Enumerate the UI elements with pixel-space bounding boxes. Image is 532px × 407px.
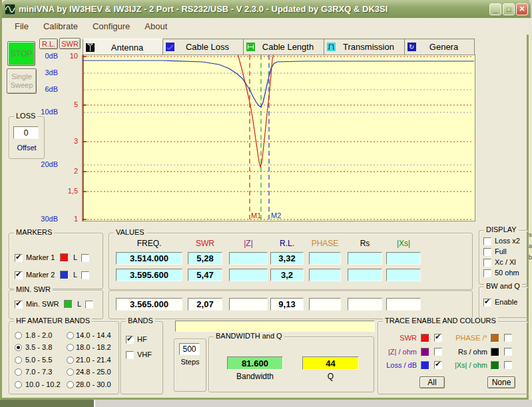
close-button[interactable]: ✕ (516, 3, 528, 15)
xc-xl-checkbox[interactable] (483, 259, 491, 267)
m1-xs-value (386, 252, 421, 265)
tab-cable-loss[interactable]: Cable Loss (163, 39, 244, 55)
trace-loss-label: Loss / dB (378, 361, 417, 370)
single-sweep-label: Single Sweep (9, 72, 35, 90)
swr-gutter-label: 10 (70, 52, 78, 60)
band-21.0-radio[interactable] (67, 356, 74, 364)
m1-z-value (229, 252, 268, 265)
trace-xs-checkbox[interactable] (504, 361, 512, 369)
transmission-icon (327, 43, 336, 51)
hf-bands-group-label: HF AMATEUR BANDS (14, 317, 92, 325)
band-5.0-radio[interactable] (15, 356, 22, 364)
menu-configure[interactable]: Configure (85, 20, 137, 33)
band-7.0-radio[interactable] (15, 368, 22, 376)
stop-button[interactable]: STOP (7, 41, 35, 66)
m2-swr-value: 5,47 (188, 269, 222, 281)
trace-swr-swatch[interactable] (421, 334, 429, 342)
band-18.0-radio[interactable] (67, 344, 74, 351)
window-title: miniVNA by IW3HEV & IW3IJZ - 2 Port - RS… (19, 4, 488, 14)
maximize-button[interactable]: □ (503, 3, 515, 15)
rl-gutter-label: 6dB (45, 85, 58, 93)
band-24.8-radio[interactable] (67, 368, 74, 376)
marker1-l-checkbox[interactable] (81, 254, 89, 262)
m2-freq-value: 3.595.600 (116, 269, 182, 281)
steps-label: Steps (174, 358, 206, 366)
marker1-color-swatch[interactable] (60, 253, 69, 262)
trace-xs-label: |Xs| / ohm (447, 361, 487, 370)
antenna-icon (86, 43, 95, 52)
min-swr-l-label: L (77, 300, 81, 309)
min-rl-value: 9,13 (270, 298, 304, 311)
trace-z-swatch[interactable] (421, 348, 429, 356)
trace-loss-checkbox[interactable] (434, 361, 442, 369)
tab-cable-length[interactable]: Cable Length (244, 39, 324, 55)
tab-antenna[interactable]: Antenna (83, 39, 163, 55)
svg-text:↻: ↻ (409, 43, 414, 51)
menu-bar: File Calibrate Configure About (2, 18, 531, 35)
trace-swr-checkbox[interactable] (434, 334, 442, 342)
single-sweep-button[interactable]: Single Sweep (7, 68, 37, 94)
min-phase-value (309, 298, 341, 311)
trace-phase-label: PHASE /° (447, 334, 487, 342)
swr-scale-tab[interactable]: SWR (59, 38, 81, 49)
trace-swr-label: SWR (378, 334, 417, 342)
trace-z-checkbox[interactable] (434, 348, 442, 356)
tab-transmission[interactable]: Transmission (324, 39, 405, 55)
header-rl: R.L. (270, 239, 304, 248)
desktop-fragment: b (529, 254, 532, 261)
vhf-checkbox[interactable] (126, 351, 134, 359)
fifty-ohm-checkbox[interactable] (483, 269, 491, 277)
trace-rs-swatch[interactable] (491, 348, 499, 356)
values-group: VALUES FREQ. SWR |Z| R.L. PHASE Rs |Xs| … (109, 233, 473, 290)
loss-group-label: LOSS (14, 112, 37, 120)
min-rs-value (348, 298, 382, 311)
band-3.5-radio[interactable] (15, 344, 22, 351)
minimize-button[interactable]: _ (489, 3, 501, 15)
swr-gutter-label: 1,5 (68, 187, 78, 195)
bw-q-enable-checkbox[interactable] (483, 299, 491, 307)
full-checkbox[interactable] (483, 248, 491, 256)
desktop-bottom-strip (0, 400, 532, 407)
trace-phase-checkbox[interactable] (504, 334, 512, 342)
min-swr-l-checkbox[interactable] (85, 301, 93, 309)
tab-antenna-label: Antenna (95, 43, 160, 53)
tab-generator[interactable]: ↻ Genera (405, 39, 475, 55)
marker2-color-swatch[interactable] (60, 271, 69, 279)
menu-file[interactable]: File (7, 20, 36, 33)
m2-z-value (229, 269, 268, 281)
display-group-label: DISPLAY (484, 226, 519, 233)
band-14.0-radio[interactable] (67, 332, 74, 339)
trace-xs-swatch[interactable] (491, 361, 499, 370)
all-button[interactable]: All (419, 376, 445, 388)
menu-calibrate[interactable]: Calibrate (36, 20, 85, 33)
min-swr-checkbox[interactable] (15, 301, 23, 309)
m2-rs-value (348, 269, 382, 281)
marker2-l-checkbox[interactable] (81, 271, 89, 279)
desktop-fragment: s (529, 231, 532, 238)
marker1-l-label: L (73, 253, 77, 262)
app-window: miniVNA by IW3HEV & IW3IJZ - 2 Port - RS… (0, 0, 529, 400)
menu-about[interactable]: About (137, 20, 174, 33)
trace-rs-checkbox[interactable] (504, 348, 512, 356)
loss-x2-label: Loss x2 (495, 237, 520, 245)
steps-input[interactable]: 500 (179, 343, 200, 355)
rl-scale-tab[interactable]: R.L. (39, 39, 58, 49)
marker2-checkbox[interactable] (15, 271, 23, 279)
trace-colours-group: TRACE ENABLE AND COLOURS SWR |Z| / ohm L… (378, 321, 529, 394)
min-values-group: 3.565.000 2,07 9,13 (109, 291, 473, 319)
hf-checkbox[interactable] (126, 336, 134, 344)
band-10.0-radio[interactable] (15, 381, 22, 388)
swr-gutter-label: 5 (74, 100, 78, 108)
band-28.0-radio[interactable] (67, 381, 74, 388)
trace-loss-swatch[interactable] (421, 361, 429, 370)
tab-generator-label: Genera (416, 42, 471, 52)
min-swr-color-swatch[interactable] (64, 300, 73, 309)
sweep-message-field[interactable] (175, 321, 375, 332)
rl-gutter-label: 3dB (45, 68, 58, 76)
marker1-checkbox[interactable] (15, 254, 23, 262)
band-1.8-radio[interactable] (15, 332, 22, 339)
loss-x2-checkbox[interactable] (483, 237, 491, 245)
trace-phase-swatch[interactable] (491, 334, 499, 342)
band-10.0-label: 10.0 - 10.2 (25, 380, 61, 389)
none-button[interactable]: None (487, 376, 515, 388)
